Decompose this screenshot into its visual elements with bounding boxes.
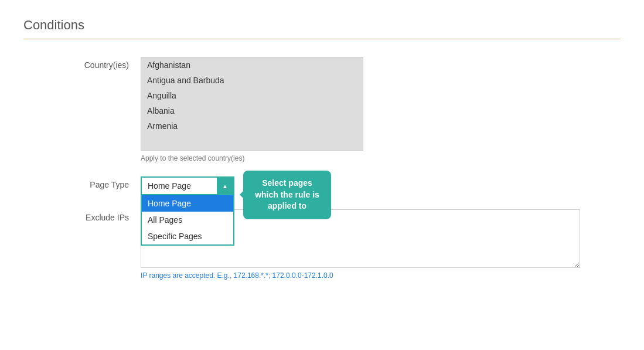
ip-hint: IP ranges are accepted. E.g., 172.168.*.… bbox=[141, 271, 621, 280]
country-item-armenia[interactable]: Armenia bbox=[141, 118, 363, 134]
page-type-dropdown: Home Page All Pages Specific Pages bbox=[141, 195, 234, 246]
apply-hint: Apply to the selected country(ies) bbox=[141, 154, 621, 162]
tooltip-bubble: Select pages which the rule is applied t… bbox=[243, 171, 331, 219]
dropdown-item-specificpages[interactable]: Specific Pages bbox=[142, 228, 233, 244]
page-title: Conditions bbox=[23, 18, 621, 33]
page-type-select[interactable]: Home Page ▲ bbox=[141, 176, 234, 195]
page-type-arrow-icon: ▲ bbox=[217, 178, 233, 194]
page-type-selected-value: Home Page bbox=[142, 178, 217, 194]
page-type-label: Page Type bbox=[23, 176, 141, 189]
dropdown-item-homepage[interactable]: Home Page bbox=[142, 195, 233, 212]
country-content: Afghanistan Antigua and Barbuda Anguilla… bbox=[141, 57, 621, 162]
country-item-afghanistan[interactable]: Afghanistan bbox=[141, 57, 363, 73]
exclude-ips-label: Exclude IPs bbox=[23, 209, 141, 222]
country-item-anguilla[interactable]: Anguilla bbox=[141, 88, 363, 103]
page-type-wrapper: Home Page ▲ Home Page All Pages Specific… bbox=[141, 176, 234, 195]
country-item-antigua[interactable]: Antigua and Barbuda bbox=[141, 73, 363, 88]
country-label: Country(ies) bbox=[23, 57, 141, 70]
country-list-inner: Afghanistan Antigua and Barbuda Anguilla… bbox=[141, 57, 363, 134]
tooltip-text: Select pages which the rule is applied t… bbox=[255, 178, 319, 210]
country-item-albania[interactable]: Albania bbox=[141, 103, 363, 118]
page-container: Conditions Country(ies) Afghanistan Anti… bbox=[0, 0, 644, 311]
page-type-row: Page Type Home Page ▲ Home Page All Page… bbox=[23, 176, 621, 195]
exclude-ips-row: Exclude IPs IP ranges are accepted. E.g.… bbox=[23, 209, 621, 280]
country-listbox[interactable]: Afghanistan Antigua and Barbuda Anguilla… bbox=[141, 57, 363, 151]
section-divider bbox=[23, 39, 621, 39]
dropdown-item-allpages[interactable]: All Pages bbox=[142, 212, 233, 228]
page-type-content: Home Page ▲ Home Page All Pages Specific… bbox=[141, 176, 621, 195]
country-row: Country(ies) Afghanistan Antigua and Bar… bbox=[23, 57, 621, 162]
